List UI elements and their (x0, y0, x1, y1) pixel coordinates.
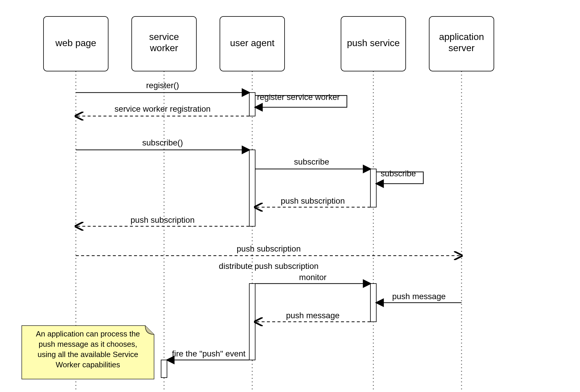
actor-push-service: push service (341, 16, 406, 71)
msg-subscribe-call: subscribe() (142, 138, 183, 147)
sequence-diagram: web page serviceworker user agent push s… (0, 0, 580, 392)
msg-push-msg-2: push message (286, 311, 340, 320)
note-line: using all the available Service (38, 350, 138, 359)
activation-push-service-2 (370, 284, 376, 322)
msg-push-sub-3: push subscription (237, 244, 301, 253)
note-line: Worker capabilities (56, 360, 120, 369)
msg-register: register() (146, 81, 179, 90)
note-line: push message as it chooses, (39, 340, 137, 349)
msg-sw-registration: service worker registration (115, 104, 211, 113)
msg-push-sub-2: push subscription (131, 215, 195, 225)
msg-push-msg-1: push message (392, 292, 446, 301)
actor-web-page: web page (44, 16, 108, 71)
actor-application-server: applicationserver (429, 16, 494, 71)
msg-subscribe: subscribe (294, 157, 329, 166)
msg-register-sw: register service worker (257, 93, 340, 102)
msg-distribute: distribute push subscription (219, 262, 318, 271)
activation-service-worker (161, 360, 167, 378)
activation-user-agent-3 (249, 284, 255, 360)
note: An application can process the push mess… (22, 326, 154, 379)
msg-fire-push: fire the "push" event (172, 349, 245, 358)
actor-user-agent: user agent (220, 16, 285, 71)
actor-label: web page (55, 38, 96, 48)
actor-label: push service (347, 38, 400, 48)
activation-user-agent-2 (249, 150, 255, 226)
msg-monitor: monitor (299, 273, 326, 282)
msg-push-sub-1: push subscription (281, 196, 345, 205)
actor-label: user agent (230, 38, 274, 48)
activation-push-service-1 (370, 169, 376, 207)
msg-subscribe-self: subscribe (381, 169, 416, 178)
activation-user-agent-1 (249, 93, 255, 116)
note-line: An application can process the (36, 329, 140, 338)
actor-service-worker: serviceworker (132, 16, 196, 71)
